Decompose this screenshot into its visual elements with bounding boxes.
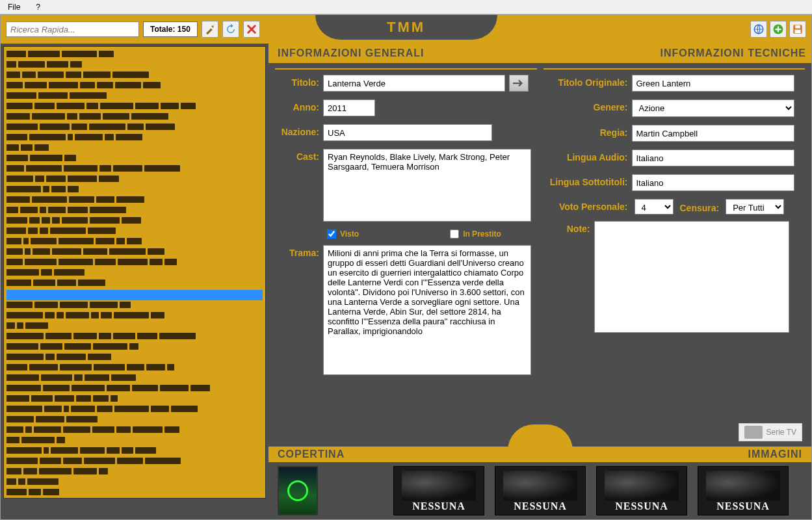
cover-thumbnail[interactable] <box>278 466 318 515</box>
label-regia: Regia: <box>544 125 628 138</box>
sidebar: // placeholder blurred lines to mimic li… <box>1 44 268 519</box>
section-title-immagini: Immagini <box>748 448 802 460</box>
svg-point-0 <box>213 25 215 26</box>
image-slot-2[interactable]: NESSUNA <box>495 466 586 515</box>
image-slot-1[interactable]: NESSUNA <box>393 466 484 515</box>
nazione-input[interactable] <box>323 124 492 141</box>
label-lingua-audio: Lingua Audio: <box>544 150 628 162</box>
label-anno: Anno: <box>275 99 319 112</box>
menu-file[interactable]: File <box>4 1 24 13</box>
svg-rect-6 <box>795 30 801 33</box>
label-note: Note: <box>544 221 590 234</box>
quick-search-input[interactable] <box>6 21 139 37</box>
section-title-generali: Informazioni Generali <box>268 47 424 59</box>
label-genere: Genere: <box>544 99 628 112</box>
add-icon[interactable] <box>770 21 787 38</box>
lingua-audio-input[interactable] <box>632 150 794 166</box>
tv-icon <box>744 426 763 439</box>
svg-point-1 <box>211 24 212 25</box>
label-trama: Trama: <box>275 245 319 258</box>
regia-input[interactable] <box>632 125 794 142</box>
content-area: Informazioni Generali Informazioni Tecni… <box>268 44 811 519</box>
header-bar: Totale: 150 TMM <box>1 15 811 44</box>
image-slot-3[interactable]: NESSUNA <box>596 466 687 515</box>
label-nazione: Nazione: <box>275 124 319 137</box>
panel-generali: Titolo: Anno: Nazione: <box>275 68 537 383</box>
app-title: TMM <box>315 15 497 40</box>
label-lingua-sottotitoli: Lingua Sottotitoli: <box>544 174 628 187</box>
serie-tv-badge[interactable]: Serie TV <box>739 423 802 441</box>
lingua-sottotitoli-input[interactable] <box>632 174 794 191</box>
menu-bar: File ? <box>0 0 812 14</box>
note-textarea[interactable] <box>594 221 789 333</box>
panel-tecniche: Titolo Originale: Genere: Azione Regia: <box>544 68 805 383</box>
label-censura: Censura: <box>680 200 720 213</box>
cast-textarea[interactable] <box>323 149 531 222</box>
menu-help[interactable]: ? <box>32 1 44 13</box>
anno-input[interactable] <box>323 99 375 116</box>
censura-select[interactable]: Per Tutti <box>726 199 784 214</box>
voto-select[interactable]: 4 <box>635 199 674 214</box>
titolo-input[interactable] <box>323 75 505 92</box>
titolo-originale-input[interactable] <box>632 75 794 92</box>
image-slot-4[interactable]: NESSUNA <box>698 466 789 515</box>
label-titolo: Titolo: <box>275 75 319 88</box>
label-voto-personale: Voto Personale: <box>544 202 628 212</box>
wand-icon[interactable] <box>202 21 218 38</box>
label-titolo-originale: Titolo Originale: <box>544 75 628 88</box>
svg-rect-5 <box>795 25 800 29</box>
section-title-tecniche: Informazioni Tecniche <box>660 47 806 59</box>
refresh-icon[interactable] <box>222 21 239 38</box>
section-title-copertina: Copertina <box>278 448 345 460</box>
globe-icon[interactable] <box>750 21 767 38</box>
genere-select[interactable]: Azione <box>632 99 794 117</box>
label-cast: Cast: <box>275 149 319 162</box>
in-prestito-checkbox[interactable]: In Prestito <box>450 229 501 239</box>
movie-list[interactable]: // placeholder blurred lines to mimic li… <box>3 46 266 499</box>
save-icon[interactable] <box>789 21 806 38</box>
totale-button[interactable]: Totale: 150 <box>143 21 198 37</box>
trama-textarea[interactable] <box>323 245 531 375</box>
section-header-row: Informazioni Generali Informazioni Tecni… <box>268 44 811 63</box>
visto-checkbox[interactable]: Visto <box>327 229 359 239</box>
delete-icon[interactable] <box>243 21 260 38</box>
titolo-lookup-icon[interactable] <box>509 75 529 92</box>
bottom-header: Copertina Immagini <box>268 447 811 462</box>
